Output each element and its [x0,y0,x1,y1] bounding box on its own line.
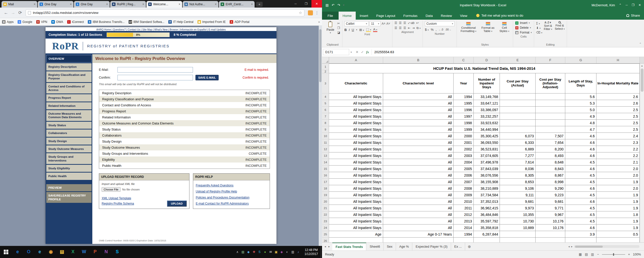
name-box-dropdown-icon[interactable]: ▾ [349,51,353,53]
cell[interactable]: All Inpatient Stays [329,211,383,218]
bookmark-item[interactable]: i iConnect [67,20,84,24]
section-row[interactable]: Registry Classification and Purpose INCO… [99,96,270,102]
sidebar-item[interactable]: Registry Description [46,63,92,70]
cell[interactable]: 8,493 [536,152,565,159]
formula-input[interactable]: 20255554.63 [372,49,644,55]
tray-icon[interactable]: ▥ [291,250,295,254]
cell[interactable] [500,238,536,242]
column-header[interactable]: G [565,57,596,63]
merge-center-icon[interactable]: ⧉ ▾ [416,26,420,30]
cell[interactable]: All [383,218,454,224]
cell[interactable]: All [383,139,454,146]
enter-icon[interactable]: ✓ [361,50,364,54]
cell[interactable] [536,126,565,133]
close-button[interactable]: ✕ [638,3,641,7]
sidebar-item[interactable]: SAVE/RELEASE REGISTRY PROFILE [46,192,92,203]
cell[interactable]: 33,647,121 [474,100,500,107]
cell[interactable]: 4.5 [565,179,596,185]
sidebar-item[interactable]: Study Design [46,138,92,145]
cell[interactable]: Age 0-17 Years [383,231,454,238]
row-number[interactable]: 10 [322,133,329,139]
cell[interactable] [536,107,565,113]
row-number[interactable]: 9 [322,126,329,133]
cell[interactable]: 9,106 [500,185,536,192]
sheet-tab[interactable]: Age % [396,243,412,250]
cell[interactable]: 36,962,415 [474,205,500,211]
zoom-slider[interactable] [602,254,625,255]
cell[interactable]: 8,867 [536,172,565,179]
cell[interactable]: All [383,224,454,231]
cell[interactable]: All [383,211,454,218]
copy-icon[interactable]: ❐ [337,26,340,30]
cell[interactable]: 38,210,889 [474,185,500,192]
bookmark-item[interactable]: ▣ Imported From IE [197,20,226,24]
cell[interactable]: 34,440,994 [474,126,500,133]
select-all-corner[interactable] [322,57,329,63]
sheet-title-cell[interactable]: HCUP Fast Stats U.S. National Trend Data… [329,63,640,73]
cell[interactable]: All Inpatient Stays [329,139,383,146]
cell[interactable]: 8,653 [500,179,536,185]
back-icon[interactable]: ← [3,9,10,16]
bookmark-item[interactable]: ✉ OWA [51,20,63,24]
cell[interactable]: 2.5 [596,113,640,120]
insert-cells-button[interactable]: + Insert▾ [515,21,532,25]
url-text[interactable]: trvlapp1552.cxda.medstat.com/rrs/overvie… [33,11,299,15]
cell[interactable]: All [383,179,454,185]
borders-icon[interactable]: ⊞ ▾ [359,28,364,32]
browser-scrollbar[interactable] [319,26,322,246]
cell[interactable]: 2.6 [596,100,640,107]
section-name[interactable]: Related Information [102,115,131,119]
cell[interactable]: 2014 [454,224,474,231]
vertical-scrollbar[interactable]: ▲ [640,63,644,242]
section-row[interactable]: Study Groups and Interventions COMPLETE [99,150,270,156]
browser-tab[interactable]: R Welcome... × [146,1,182,8]
cell[interactable]: All [383,126,454,133]
tray-icon[interactable]: ◈ [280,250,284,254]
tray-icon[interactable]: ✉ [269,250,272,254]
section-name[interactable]: Registry Classification and Purpose [102,97,154,101]
close-button[interactable]: ✕ [311,0,322,8]
registry-profile-schema-link[interactable]: Registry Profile Schema [102,201,134,207]
cell[interactable]: 9,771 [536,205,565,211]
cell[interactable]: All Inpatient Stays [329,185,383,192]
cell[interactable]: All [383,185,454,192]
section-row[interactable]: Progress Report INCOMPLETE [99,108,270,114]
cell[interactable]: All Inpatient Stays [329,126,383,133]
tray-icon[interactable]: ▤ [241,250,245,254]
sheet-tab[interactable]: Ex ... [451,243,465,250]
cell[interactable]: 7,654 [536,139,565,146]
cell[interactable] [383,238,454,242]
cell[interactable]: All Inpatient Stays [329,146,383,152]
cell[interactable]: All Inpatient Stays [329,107,383,113]
cell[interactable]: 9,967 [536,211,565,218]
cell[interactable]: 38,155,908 [474,179,500,185]
restore-button[interactable]: ❐ [632,3,634,7]
sidebar-item[interactable]: Study Groups and Interventions [46,153,92,164]
cell[interactable]: 9,973 [500,205,536,211]
sheet-nav-right-icon[interactable]: ▸ [329,245,330,248]
cell[interactable]: 36,523,831 [474,146,500,152]
paste-button[interactable]: Paste ▾ [325,21,336,35]
cell[interactable]: 2.1 [596,159,640,166]
column-header[interactable]: C [454,57,474,63]
cell[interactable] [565,238,596,242]
cell[interactable]: 35,358,818 [474,224,500,231]
row-number[interactable]: 7 [322,113,329,120]
section-name[interactable]: Study Outcome Measures [102,146,140,149]
taskbar-app-icon[interactable]: e [34,246,45,258]
cell[interactable]: 4.6 [565,198,596,205]
sidebar-item[interactable]: Registry Classification and Purpose [46,71,92,82]
taskbar-app-icon[interactable]: O [23,246,34,258]
column-header[interactable]: F [536,57,565,63]
refresh-icon[interactable]: ⟳ [17,9,24,16]
bookmark-item[interactable]: IT IT Help Central [168,20,193,24]
cell[interactable]: All Inpatient Stays [329,93,383,100]
decrease-decimal-icon[interactable]: .00→ [445,28,451,31]
cell[interactable]: Length of Stay, Days [565,73,596,93]
cell[interactable]: 33,923,632 [474,120,500,126]
row-number[interactable]: 12 [322,146,329,152]
ribbon-tab[interactable]: File [322,12,339,20]
sidebar-item[interactable]: Related Information [46,102,92,109]
page-break-view-icon[interactable]: ▥ [591,252,594,256]
address-bar[interactable]: trvlapp1552.cxda.medstat.com/rrs/overvie… [26,9,304,16]
